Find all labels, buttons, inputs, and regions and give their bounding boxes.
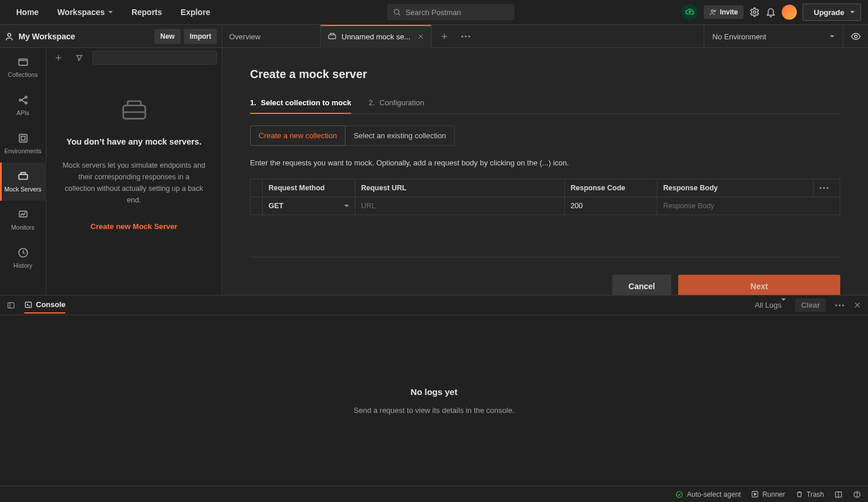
ellipsis-icon (461, 35, 470, 38)
console-panel: Console All Logs Clear No logs yet Send … (0, 295, 868, 486)
panel-toggle-icon[interactable] (7, 301, 15, 309)
svg-point-31 (826, 187, 828, 189)
workspace-selector[interactable]: My Workspace (5, 32, 75, 41)
tab-select-existing[interactable]: Select an existing collection (345, 126, 455, 146)
rail-item-history[interactable]: History (0, 239, 46, 277)
step-configuration[interactable]: 2. Configuration (369, 93, 424, 113)
svg-point-0 (394, 9, 399, 14)
create-mock-button[interactable] (51, 50, 66, 65)
two-pane-icon[interactable] (834, 490, 843, 499)
nav-explore[interactable]: Explore (171, 2, 219, 23)
log-filter[interactable]: All Logs (755, 301, 786, 309)
eye-icon (851, 31, 861, 42)
nav-reports[interactable]: Reports (122, 2, 171, 23)
close-icon[interactable] (417, 33, 424, 40)
avatar[interactable] (782, 5, 797, 20)
empty-body: Mock servers let you simulate endpoints … (62, 160, 205, 206)
rail-label: Monitors (11, 224, 34, 231)
drag-handle[interactable] (251, 197, 263, 215)
console-tab[interactable]: Console (24, 300, 65, 313)
top-nav: Home Workspaces Reports Explore Search P… (0, 0, 868, 25)
rail-item-monitors[interactable]: Monitors (0, 201, 46, 239)
col-url: Request URL (355, 179, 565, 197)
new-tab-button[interactable] (432, 25, 457, 47)
trash-button[interactable]: Trash (796, 490, 824, 499)
nav-workspaces-label: Workspaces (57, 8, 105, 17)
invite-button[interactable]: Invite (704, 5, 744, 19)
tab-mock-server[interactable]: Unnamed mock se... (321, 25, 432, 48)
clear-logs-button[interactable]: Clear (795, 298, 826, 312)
tab-actions-button[interactable] (457, 25, 475, 47)
step-select-collection[interactable]: 1. Select collection to mock (250, 93, 351, 114)
agent-status-label: Auto-select agent (687, 490, 741, 499)
search-input[interactable]: Search Postman (387, 4, 514, 20)
server-icon (17, 171, 29, 182)
requests-table: Request Method Request URL Response Code… (250, 179, 840, 215)
check-circle-icon (675, 490, 683, 499)
tab-overview-label: Overview (229, 32, 260, 41)
nav-home[interactable]: Home (7, 2, 48, 23)
workspace-name: My Workspace (19, 32, 75, 41)
plus-icon (54, 54, 62, 62)
person-icon (5, 32, 14, 41)
step-num: 1. (250, 98, 256, 107)
workspace-bar: My Workspace New Import Overview Unnamed… (0, 25, 868, 48)
svg-point-5 (753, 11, 756, 14)
upgrade-button[interactable]: Upgrade (803, 3, 861, 21)
new-button[interactable]: New (155, 29, 181, 44)
tab-overview[interactable]: Overview (222, 25, 321, 48)
col-more[interactable] (814, 179, 840, 197)
empty-title: You don’t have any mock servers. (67, 136, 201, 148)
runner-button[interactable]: Runner (751, 490, 785, 499)
cancel-button[interactable]: Cancel (612, 275, 671, 295)
ellipsis-icon (819, 187, 829, 189)
main-body: Collections APIs Environments Mock Serve… (0, 48, 868, 295)
cloud-sync-icon (685, 8, 694, 17)
svg-rect-20 (19, 134, 27, 142)
chevron-down-icon (830, 35, 834, 40)
create-mock-link[interactable]: Create new Mock Server (90, 222, 177, 231)
rail-item-environments[interactable]: Environments (0, 124, 46, 163)
help-icon[interactable] (853, 490, 861, 499)
filter-button[interactable] (72, 50, 87, 65)
import-button[interactable]: Import (184, 29, 217, 44)
svg-line-1 (398, 14, 400, 16)
tab-create-collection[interactable]: Create a new collection (250, 126, 345, 146)
ellipsis-icon[interactable] (835, 304, 844, 307)
api-icon (17, 94, 29, 106)
invite-label: Invite (720, 8, 738, 16)
settings-icon[interactable] (749, 7, 760, 17)
search-placeholder: Search Postman (406, 8, 461, 17)
col-body: Response Body (657, 179, 814, 197)
svg-point-36 (835, 304, 837, 306)
body-cell[interactable]: Response Body (657, 197, 840, 215)
nav-workspaces[interactable]: Workspaces (48, 2, 122, 23)
agent-status[interactable]: Auto-select agent (675, 490, 741, 499)
col-method: Request Method (263, 179, 355, 197)
close-icon[interactable] (854, 301, 861, 309)
filter-input[interactable] (93, 51, 217, 65)
rail-item-apis[interactable]: APIs (0, 86, 46, 124)
rail-item-mock-servers[interactable]: Mock Servers (0, 163, 46, 201)
rail-label: Environments (4, 147, 41, 154)
bell-icon[interactable] (766, 7, 776, 17)
server-icon (328, 32, 337, 41)
environment-quicklook[interactable] (843, 25, 868, 48)
rail-label: Collections (8, 71, 38, 78)
main-content: Create a mock server 1. Select collectio… (222, 48, 868, 295)
method-cell[interactable]: GET (263, 197, 355, 215)
rail-item-collections[interactable]: Collections (0, 48, 46, 86)
code-cell[interactable]: 200 (565, 197, 657, 215)
sync-status-icon[interactable] (682, 4, 698, 20)
next-button[interactable]: Next (678, 275, 840, 295)
rail-label: Mock Servers (4, 186, 41, 193)
svg-point-17 (19, 99, 21, 101)
environment-selector[interactable]: No Environment (704, 25, 843, 48)
url-cell[interactable]: URL (355, 197, 565, 215)
monitor-icon (17, 209, 29, 220)
env-icon (17, 132, 29, 144)
runner-label: Runner (762, 490, 785, 499)
svg-rect-22 (19, 175, 27, 179)
filter-icon (75, 54, 83, 62)
log-filter-label: All Logs (755, 301, 781, 309)
